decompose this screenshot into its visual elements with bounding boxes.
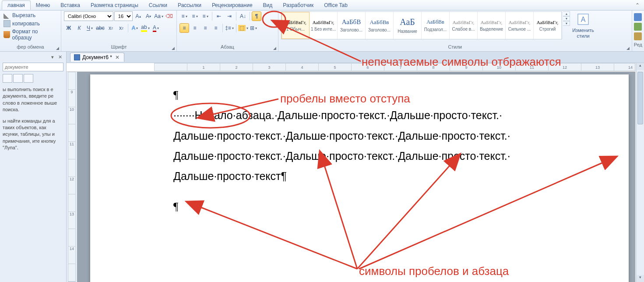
tab-refs[interactable]: Ссылки	[144, 1, 172, 10]
style-item[interactable]: АаБбВвГг,Сильное ...	[506, 12, 534, 39]
italic-button[interactable]: К	[74, 23, 84, 33]
font-launcher[interactable]: ◢	[170, 46, 176, 51]
word-doc-icon	[74, 54, 80, 60]
tab-review[interactable]: Рецензирование	[207, 1, 258, 10]
scroll-down-arrow[interactable]: ▾	[637, 275, 644, 282]
styles-launcher[interactable]: ◢	[626, 46, 631, 51]
find-icon[interactable]	[634, 13, 642, 21]
document-line: Дальше·просто·текст¶	[173, 166, 545, 186]
align-center-button[interactable]: ≡	[190, 23, 200, 33]
nav-search-input[interactable]	[3, 63, 63, 71]
clear-format-button[interactable]: ⌫	[165, 11, 174, 21]
nav-tab-headings[interactable]	[3, 74, 12, 83]
scissors-icon	[4, 12, 11, 19]
tab-mail[interactable]: Рассылки	[172, 1, 207, 10]
close-tab-icon[interactable]: ✕	[114, 54, 120, 60]
styles-scrollbar: ▴ ▾ ▾	[563, 11, 570, 26]
strike-button[interactable]: abc	[95, 23, 105, 33]
format-painter-button[interactable]: Формат по образцу	[3, 28, 58, 41]
document-line: ·······Начало·абзаца.·Дальше·просто·текс…	[173, 105, 545, 125]
tab-home[interactable]: лавная	[2, 0, 31, 10]
svg-text:A: A	[581, 16, 586, 23]
style-item[interactable]: АаБбВЗаголово...	[338, 12, 366, 39]
group-label-font: Шрифт	[61, 44, 176, 51]
underline-button[interactable]: Ч▾	[85, 23, 95, 33]
cut-label: Вырезать	[12, 12, 35, 18]
styles-gallery[interactable]: АаБбВвГг,1 Обыч...АаБбВвГг,1 Без инте...…	[281, 11, 562, 39]
scroll-thumb[interactable]	[637, 72, 643, 124]
styles-scroll-up[interactable]: ▴	[563, 11, 570, 16]
nav-pin-icon[interactable]: ▾	[50, 54, 55, 60]
minimize-ribbon-icon[interactable]: ⌃	[635, 2, 640, 8]
font-color-button[interactable]: A▾	[151, 23, 161, 33]
copy-button[interactable]: копировать	[3, 20, 58, 28]
ruler-horizontal[interactable]: 12345678910111213141516	[67, 63, 635, 72]
subscript-button[interactable]: x2	[106, 23, 116, 33]
align-left-button[interactable]: ≡	[179, 23, 189, 33]
change-styles-button[interactable]: A Изменить стили	[571, 11, 595, 39]
brush-icon	[4, 31, 10, 38]
style-item[interactable]: АаБНазвание	[394, 12, 422, 39]
style-item[interactable]: АаБбВвГг,Слабое в...	[450, 12, 478, 39]
style-item[interactable]: АаБбВвГг,Выделение	[478, 12, 506, 39]
grow-font-button[interactable]: A▴	[134, 11, 143, 21]
sort-button[interactable]: A↓	[238, 11, 248, 21]
shrink-font-button[interactable]: A▾	[144, 11, 153, 21]
document-view: ¶ ·······Начало·абзаца.·Дальше·просто·те…	[77, 72, 635, 282]
change-case-button[interactable]: Aa▾	[154, 11, 164, 21]
vertical-scrollbar[interactable]: ▴ ▾	[636, 63, 644, 282]
borders-button[interactable]: ⊞▾	[249, 23, 258, 33]
nav-tab-pages[interactable]	[13, 74, 23, 83]
tab-menu[interactable]: Меню	[31, 1, 55, 10]
group-paragraph: ≡▾ ≡▾ ≡▾ ⇤ ⇥ A↓ ¶ ≡ ≡ ≡ ≡ ‡≡▾ ⬚▾ ⊞▾	[177, 11, 278, 51]
ruler-vertical[interactable]: 91011121314	[67, 72, 77, 282]
copy-icon	[4, 20, 11, 27]
shading-button[interactable]: ⬚▾	[238, 23, 248, 33]
select-icon[interactable]	[634, 32, 642, 40]
tab-layout[interactable]: Разметка страницы	[85, 1, 144, 10]
font-name-select[interactable]: Calibri (Осно	[64, 11, 113, 21]
font-size-select[interactable]: 16	[114, 11, 133, 21]
separator	[128, 24, 128, 32]
group-styles: АаБбВвГг,1 Обыч...АаБбВвГг,1 Без инте...…	[278, 11, 632, 51]
superscript-button[interactable]: x2	[116, 23, 126, 33]
highlight-button[interactable]: ab▾	[141, 23, 150, 33]
group-label-styles: Стили	[278, 44, 632, 51]
tab-insert[interactable]: Вставка	[55, 1, 85, 10]
indent-dec-button[interactable]: ⇤	[214, 11, 224, 21]
bold-button[interactable]: Ж	[64, 23, 74, 33]
align-justify-button[interactable]: ≡	[211, 23, 221, 33]
separator	[222, 24, 223, 32]
ribbon: Вырезать копировать Формат по образцу фе…	[0, 11, 644, 52]
bullets-button[interactable]: ≡▾	[179, 11, 189, 21]
replace-icon[interactable]	[634, 23, 642, 31]
paragraph-launcher[interactable]: ◢	[272, 46, 277, 51]
document-page[interactable]: ¶ ·······Начало·абзаца.·Дальше·просто·те…	[90, 74, 629, 282]
tab-office[interactable]: Office Tab	[319, 1, 353, 10]
style-item[interactable]: АаБбВвЗаголово...	[366, 12, 394, 39]
style-item[interactable]: АаБбВвГг,1 Обыч...	[282, 12, 310, 39]
document-tab[interactable]: Документ6 * ✕	[70, 53, 124, 62]
nav-close-icon[interactable]: ✕	[57, 54, 63, 60]
separator	[236, 12, 236, 21]
separator	[212, 12, 212, 21]
document-line: Дальше·просто·текст.·Дальше·просто·текст…	[173, 126, 545, 146]
tab-dev[interactable]: Разработчик	[278, 1, 319, 10]
show-marks-button[interactable]: ¶	[252, 11, 261, 21]
multilevel-button[interactable]: ≡▾	[201, 11, 210, 21]
align-right-button[interactable]: ≡	[201, 23, 210, 33]
tab-view[interactable]: Вид	[258, 1, 278, 10]
clipboard-launcher[interactable]: ◢	[55, 46, 60, 51]
numbering-button[interactable]: ≡▾	[190, 11, 200, 21]
scroll-up-arrow[interactable]: ▴	[637, 63, 644, 70]
nav-tab-results[interactable]	[24, 74, 33, 83]
line-spacing-button[interactable]: ‡≡▾	[225, 23, 234, 33]
cut-button[interactable]: Вырезать	[3, 11, 58, 19]
text-effects-button[interactable]: A▾	[130, 23, 140, 33]
indent-inc-button[interactable]: ⇥	[225, 11, 234, 21]
style-item[interactable]: АаБбВвПодзагол...	[422, 12, 450, 39]
style-item[interactable]: АаБбВвГг,1 Без инте...	[310, 12, 338, 39]
style-item[interactable]: АаБбВвГг,Строгий	[534, 12, 562, 39]
styles-scroll-down[interactable]: ▾	[563, 16, 570, 21]
styles-more[interactable]: ▾	[563, 21, 570, 26]
